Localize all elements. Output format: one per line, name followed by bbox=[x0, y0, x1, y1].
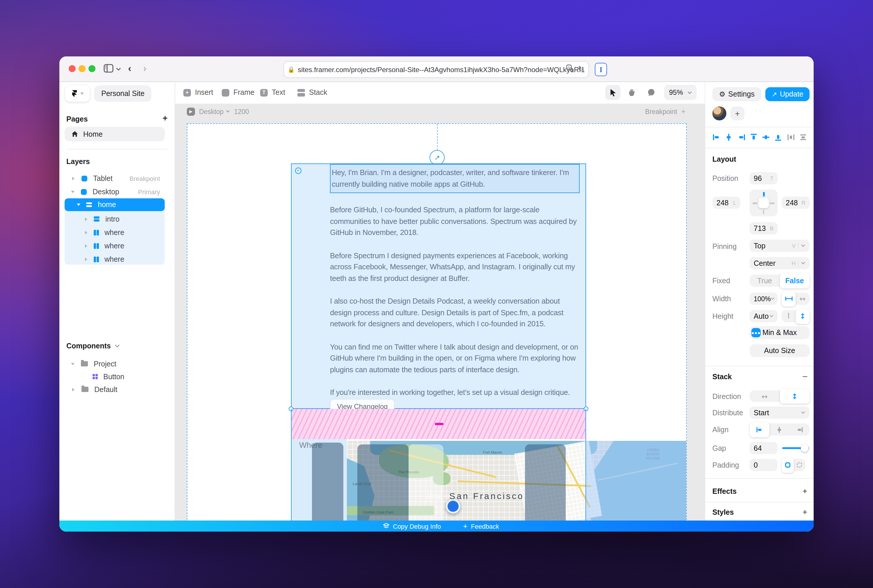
slider-thumb[interactable] bbox=[801, 444, 809, 452]
san-francisco-map[interactable]: Fort Mason The Presidio Lands End Golden… bbox=[347, 441, 686, 523]
scroll-target-icon[interactable]: ↗ bbox=[430, 150, 445, 165]
settings-button[interactable]: ⚙ Settings bbox=[712, 87, 761, 101]
reload-icon[interactable]: ↻ bbox=[578, 64, 584, 73]
update-button[interactable]: ↗ Update bbox=[765, 87, 810, 101]
pinning-horizontal-select[interactable]: Center H bbox=[750, 257, 810, 269]
height-mode-select[interactable]: Auto bbox=[750, 310, 778, 322]
pin-right-indicator[interactable] bbox=[770, 202, 775, 204]
components-folder-default[interactable]: Default bbox=[65, 383, 165, 396]
gap-handle[interactable] bbox=[435, 423, 443, 425]
position-right-input[interactable]: 248R bbox=[781, 196, 810, 209]
pin-left-indicator[interactable] bbox=[753, 202, 757, 204]
insert-tool[interactable]: + Insert bbox=[183, 85, 213, 100]
user-avatar[interactable] bbox=[712, 106, 726, 120]
align-vertical-center-icon[interactable] bbox=[762, 133, 770, 141]
fixed-false-option[interactable]: False bbox=[780, 273, 810, 288]
framer-menu-button[interactable] bbox=[65, 86, 90, 102]
direction-vertical-option[interactable]: ↕ bbox=[780, 389, 810, 404]
pin-center-knob[interactable] bbox=[758, 198, 769, 208]
breakpoint-device-dropdown[interactable]: Desktop bbox=[199, 108, 230, 115]
minimize-window-button[interactable] bbox=[78, 65, 86, 72]
add-style-button[interactable]: + bbox=[802, 507, 807, 516]
auto-size-button[interactable]: Auto Size bbox=[750, 344, 810, 357]
pinning-widget[interactable] bbox=[750, 190, 778, 216]
direction-toggle[interactable]: ↔ ↕ bbox=[750, 390, 810, 402]
component-item-button[interactable]: Button bbox=[65, 370, 165, 383]
layer-row-where-3[interactable]: where bbox=[65, 253, 165, 265]
layer-row-where-1[interactable]: where bbox=[65, 226, 165, 238]
width-fit-toggle[interactable]: ↔ bbox=[781, 292, 810, 305]
chevron-right-icon[interactable] bbox=[85, 257, 87, 261]
sidebar-page-home[interactable]: Home bbox=[65, 127, 165, 141]
selection-handle-bottom-right[interactable] bbox=[584, 406, 588, 411]
collapse-stack-button[interactable]: – bbox=[802, 371, 807, 380]
add-effect-button[interactable]: + bbox=[802, 486, 807, 495]
uniform-padding-option[interactable] bbox=[781, 458, 793, 472]
tab-overview-chevron-icon[interactable] bbox=[116, 68, 121, 71]
align-horizontal-center-icon[interactable] bbox=[725, 133, 733, 141]
align-right-icon[interactable] bbox=[737, 133, 745, 141]
chevron-right-icon[interactable] bbox=[85, 217, 87, 221]
chevron-down-icon[interactable] bbox=[115, 344, 120, 348]
padding-input[interactable]: 0 bbox=[750, 459, 778, 471]
align-top-icon[interactable] bbox=[750, 133, 758, 141]
direction-horizontal-option[interactable]: ↔ bbox=[750, 390, 780, 402]
chevron-down-icon[interactable] bbox=[77, 204, 80, 206]
padding-mode-toggle[interactable] bbox=[781, 459, 805, 471]
pinning-vertical-select[interactable]: Top V bbox=[750, 240, 810, 252]
layer-row-home-selected[interactable]: home bbox=[65, 198, 165, 211]
gap-slider[interactable] bbox=[782, 442, 810, 454]
relative-width-option[interactable]: ↔ bbox=[796, 292, 810, 305]
pin-top-indicator[interactable] bbox=[763, 192, 765, 196]
chevron-down-icon[interactable] bbox=[71, 190, 75, 193]
copy-debug-info-button[interactable]: Copy Debug Info bbox=[383, 523, 441, 530]
align-end-option[interactable] bbox=[789, 423, 810, 436]
gap-input[interactable]: 64 bbox=[750, 442, 778, 454]
add-page-button[interactable]: + bbox=[162, 113, 168, 123]
chevron-right-icon[interactable] bbox=[85, 231, 87, 234]
fixed-height-option[interactable]: I bbox=[781, 310, 796, 322]
zoom-level-dropdown[interactable]: 95% bbox=[664, 85, 697, 100]
height-fit-toggle[interactable]: I ↕ bbox=[781, 310, 810, 322]
stack-tool[interactable]: Stack bbox=[298, 85, 328, 100]
back-button[interactable]: ‹ bbox=[128, 63, 131, 74]
sidebar-toggle-icon[interactable] bbox=[104, 64, 114, 73]
components-folder-project[interactable]: Project bbox=[65, 358, 165, 370]
distribute-vertical-icon[interactable] bbox=[799, 133, 807, 141]
align-center-option[interactable] bbox=[770, 423, 790, 436]
layer-row-desktop[interactable]: Desktop Primary bbox=[65, 186, 165, 198]
chevron-right-icon[interactable] bbox=[72, 388, 75, 391]
fixed-toggle[interactable]: True False bbox=[750, 274, 810, 287]
relative-height-option[interactable]: ↕ bbox=[796, 309, 810, 324]
canvas[interactable]: ▶ Desktop 1200 Breakpoint + ↗ bbox=[175, 104, 705, 532]
align-toggle[interactable] bbox=[750, 423, 810, 436]
feedback-button[interactable]: + Feedback bbox=[463, 522, 499, 530]
intro-text-block[interactable]: Hey, I'm Brian. I'm a designer, podcaste… bbox=[330, 164, 580, 410]
chevron-right-icon[interactable] bbox=[72, 177, 75, 180]
frame-tool[interactable]: Frame bbox=[222, 85, 254, 100]
position-top-input[interactable]: 96T bbox=[750, 172, 778, 184]
pointer-tool[interactable] bbox=[605, 85, 621, 100]
address-bar[interactable]: 🔒 sites.framer.com/projects/Personal-Sit… bbox=[283, 61, 589, 78]
chevron-right-icon[interactable] bbox=[85, 244, 87, 248]
text-tool[interactable]: T Text bbox=[260, 85, 285, 100]
distribute-horizontal-icon[interactable] bbox=[787, 133, 795, 141]
drop-slot-column[interactable] bbox=[525, 444, 566, 523]
align-start-option[interactable] bbox=[750, 422, 770, 437]
layer-row-intro[interactable]: intro bbox=[65, 213, 165, 225]
intro-paragraph-selected[interactable]: Hey, I'm Brian. I'm a designer, podcaste… bbox=[330, 164, 580, 193]
layer-row-where-2[interactable]: where bbox=[65, 240, 165, 252]
forward-button[interactable]: › bbox=[143, 63, 146, 74]
distribute-select[interactable]: Start bbox=[750, 406, 810, 419]
position-bottom-input[interactable]: 713B bbox=[750, 222, 778, 234]
drop-slot-column[interactable] bbox=[358, 444, 409, 523]
comment-tool[interactable] bbox=[644, 85, 659, 100]
selected-home-stack[interactable]: Hey, I'm Brian. I'm a designer, podcaste… bbox=[291, 164, 586, 409]
layer-row-tablet[interactable]: Tablet Breakpoint bbox=[65, 172, 165, 184]
chevron-down-icon[interactable] bbox=[71, 363, 75, 365]
translate-icon[interactable]: A x bbox=[566, 64, 574, 72]
pin-bottom-indicator[interactable] bbox=[763, 210, 764, 214]
align-bottom-icon[interactable] bbox=[774, 133, 783, 141]
stack-gap-highlight[interactable] bbox=[291, 409, 586, 439]
preview-play-icon[interactable]: ▶ bbox=[187, 107, 195, 116]
